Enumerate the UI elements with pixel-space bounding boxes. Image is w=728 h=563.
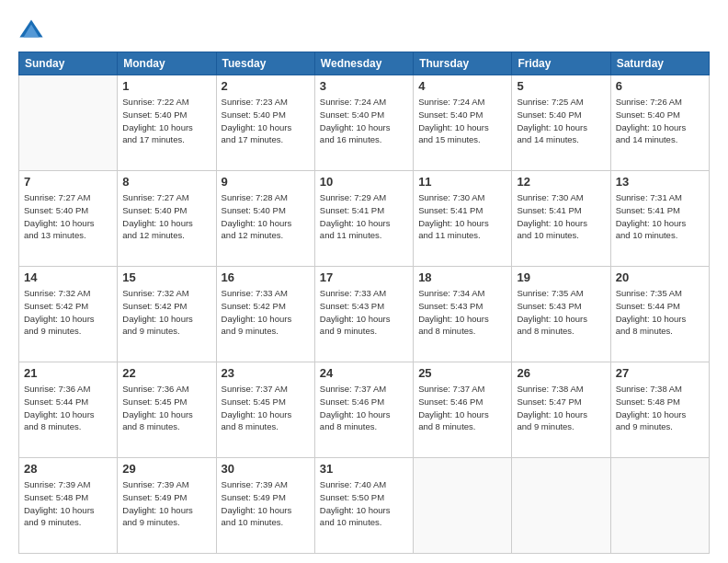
day-info: Sunrise: 7:27 AM Sunset: 5:40 PM Dayligh… (122, 191, 210, 242)
day-info: Sunrise: 7:39 AM Sunset: 5:49 PM Dayligh… (122, 478, 210, 529)
day-info: Sunrise: 7:40 AM Sunset: 5:50 PM Dayligh… (320, 478, 408, 529)
week-row-0: 1Sunrise: 7:22 AM Sunset: 5:40 PM Daylig… (19, 75, 710, 171)
week-row-1: 7Sunrise: 7:27 AM Sunset: 5:40 PM Daylig… (19, 171, 710, 267)
day-info: Sunrise: 7:30 AM Sunset: 5:41 PM Dayligh… (418, 191, 506, 242)
calendar-cell: 8Sunrise: 7:27 AM Sunset: 5:40 PM Daylig… (118, 171, 216, 267)
weekday-header-wednesday: Wednesday (314, 52, 413, 75)
calendar-cell: 15Sunrise: 7:32 AM Sunset: 5:42 PM Dayli… (118, 267, 216, 362)
day-number: 5 (517, 79, 605, 93)
day-info: Sunrise: 7:30 AM Sunset: 5:41 PM Dayligh… (517, 191, 605, 242)
calendar-cell: 19Sunrise: 7:35 AM Sunset: 5:43 PM Dayli… (512, 267, 610, 362)
day-number: 23 (222, 366, 310, 380)
day-info: Sunrise: 7:38 AM Sunset: 5:47 PM Dayligh… (517, 383, 605, 433)
day-number: 6 (616, 79, 704, 93)
day-number: 17 (320, 270, 408, 284)
day-info: Sunrise: 7:39 AM Sunset: 5:49 PM Dayligh… (222, 478, 310, 529)
day-number: 31 (320, 462, 408, 476)
logo-icon (18, 17, 44, 42)
calendar-cell (610, 458, 709, 554)
weekday-header-monday: Monday (118, 52, 216, 75)
day-number: 8 (122, 175, 210, 189)
calendar-cell: 17Sunrise: 7:33 AM Sunset: 5:43 PM Dayli… (314, 267, 413, 362)
calendar-cell: 28Sunrise: 7:39 AM Sunset: 5:48 PM Dayli… (19, 458, 118, 554)
day-info: Sunrise: 7:31 AM Sunset: 5:41 PM Dayligh… (616, 191, 704, 242)
day-number: 13 (616, 175, 704, 189)
week-row-3: 21Sunrise: 7:36 AM Sunset: 5:44 PM Dayli… (19, 362, 710, 458)
day-info: Sunrise: 7:36 AM Sunset: 5:45 PM Dayligh… (122, 383, 210, 433)
day-info: Sunrise: 7:35 AM Sunset: 5:44 PM Dayligh… (616, 287, 704, 338)
calendar-cell: 4Sunrise: 7:24 AM Sunset: 5:40 PM Daylig… (414, 75, 512, 171)
day-info: Sunrise: 7:33 AM Sunset: 5:42 PM Dayligh… (222, 287, 310, 338)
calendar-cell (512, 458, 610, 554)
day-info: Sunrise: 7:35 AM Sunset: 5:43 PM Dayligh… (517, 287, 605, 338)
page: SundayMondayTuesdayWednesdayThursdayFrid… (0, 0, 728, 563)
day-number: 2 (222, 79, 310, 93)
logo (18, 17, 48, 42)
day-number: 1 (122, 79, 210, 93)
calendar-cell: 13Sunrise: 7:31 AM Sunset: 5:41 PM Dayli… (610, 171, 709, 267)
weekday-header-thursday: Thursday (414, 52, 512, 75)
day-info: Sunrise: 7:37 AM Sunset: 5:45 PM Dayligh… (222, 383, 310, 433)
calendar-cell: 6Sunrise: 7:26 AM Sunset: 5:40 PM Daylig… (610, 75, 709, 171)
day-number: 15 (122, 270, 210, 284)
calendar-cell (414, 458, 512, 554)
day-info: Sunrise: 7:26 AM Sunset: 5:40 PM Dayligh… (616, 96, 704, 146)
calendar-cell: 20Sunrise: 7:35 AM Sunset: 5:44 PM Dayli… (610, 267, 709, 362)
calendar-cell: 31Sunrise: 7:40 AM Sunset: 5:50 PM Dayli… (314, 458, 413, 554)
calendar-cell: 24Sunrise: 7:37 AM Sunset: 5:46 PM Dayli… (314, 362, 413, 458)
week-row-4: 28Sunrise: 7:39 AM Sunset: 5:48 PM Dayli… (19, 458, 710, 554)
day-number: 4 (418, 79, 506, 93)
header (18, 17, 710, 42)
calendar-cell: 29Sunrise: 7:39 AM Sunset: 5:49 PM Dayli… (118, 458, 216, 554)
calendar-cell: 26Sunrise: 7:38 AM Sunset: 5:47 PM Dayli… (512, 362, 610, 458)
day-number: 16 (222, 270, 310, 284)
day-info: Sunrise: 7:22 AM Sunset: 5:40 PM Dayligh… (122, 96, 210, 146)
day-number: 18 (418, 270, 506, 284)
calendar-cell: 2Sunrise: 7:23 AM Sunset: 5:40 PM Daylig… (216, 75, 314, 171)
calendar-cell: 12Sunrise: 7:30 AM Sunset: 5:41 PM Dayli… (512, 171, 610, 267)
day-info: Sunrise: 7:23 AM Sunset: 5:40 PM Dayligh… (222, 96, 310, 146)
calendar-cell: 3Sunrise: 7:24 AM Sunset: 5:40 PM Daylig… (314, 75, 413, 171)
day-number: 14 (24, 270, 112, 284)
day-info: Sunrise: 7:28 AM Sunset: 5:40 PM Dayligh… (222, 191, 310, 242)
day-info: Sunrise: 7:24 AM Sunset: 5:40 PM Dayligh… (320, 96, 408, 146)
weekday-header-tuesday: Tuesday (216, 52, 314, 75)
day-info: Sunrise: 7:37 AM Sunset: 5:46 PM Dayligh… (418, 383, 506, 433)
day-info: Sunrise: 7:24 AM Sunset: 5:40 PM Dayligh… (418, 96, 506, 146)
day-number: 22 (122, 366, 210, 380)
calendar-cell: 21Sunrise: 7:36 AM Sunset: 5:44 PM Dayli… (19, 362, 118, 458)
day-info: Sunrise: 7:27 AM Sunset: 5:40 PM Dayligh… (24, 191, 112, 242)
day-number: 11 (418, 175, 506, 189)
day-info: Sunrise: 7:33 AM Sunset: 5:43 PM Dayligh… (320, 287, 408, 338)
day-info: Sunrise: 7:36 AM Sunset: 5:44 PM Dayligh… (24, 383, 112, 433)
day-info: Sunrise: 7:32 AM Sunset: 5:42 PM Dayligh… (24, 287, 112, 338)
day-number: 30 (222, 462, 310, 476)
weekday-header-friday: Friday (512, 52, 610, 75)
calendar-cell: 5Sunrise: 7:25 AM Sunset: 5:40 PM Daylig… (512, 75, 610, 171)
day-number: 3 (320, 79, 408, 93)
calendar-cell: 25Sunrise: 7:37 AM Sunset: 5:46 PM Dayli… (414, 362, 512, 458)
weekday-header-saturday: Saturday (610, 52, 709, 75)
weekday-header-sunday: Sunday (19, 52, 118, 75)
day-number: 25 (418, 366, 506, 380)
calendar-cell: 27Sunrise: 7:38 AM Sunset: 5:48 PM Dayli… (610, 362, 709, 458)
day-number: 10 (320, 175, 408, 189)
calendar-cell: 1Sunrise: 7:22 AM Sunset: 5:40 PM Daylig… (118, 75, 216, 171)
day-info: Sunrise: 7:38 AM Sunset: 5:48 PM Dayligh… (616, 383, 704, 433)
day-number: 28 (24, 462, 112, 476)
calendar-cell: 11Sunrise: 7:30 AM Sunset: 5:41 PM Dayli… (414, 171, 512, 267)
calendar-cell: 10Sunrise: 7:29 AM Sunset: 5:41 PM Dayli… (314, 171, 413, 267)
calendar-cell: 23Sunrise: 7:37 AM Sunset: 5:45 PM Dayli… (216, 362, 314, 458)
day-number: 19 (517, 270, 605, 284)
day-number: 7 (24, 175, 112, 189)
day-info: Sunrise: 7:29 AM Sunset: 5:41 PM Dayligh… (320, 191, 408, 242)
week-row-2: 14Sunrise: 7:32 AM Sunset: 5:42 PM Dayli… (19, 267, 710, 362)
weekday-header-row: SundayMondayTuesdayWednesdayThursdayFrid… (19, 52, 710, 75)
day-number: 12 (517, 175, 605, 189)
calendar-cell: 30Sunrise: 7:39 AM Sunset: 5:49 PM Dayli… (216, 458, 314, 554)
day-number: 27 (616, 366, 704, 380)
day-number: 20 (616, 270, 704, 284)
day-info: Sunrise: 7:32 AM Sunset: 5:42 PM Dayligh… (122, 287, 210, 338)
day-info: Sunrise: 7:37 AM Sunset: 5:46 PM Dayligh… (320, 383, 408, 433)
calendar: SundayMondayTuesdayWednesdayThursdayFrid… (18, 52, 710, 554)
